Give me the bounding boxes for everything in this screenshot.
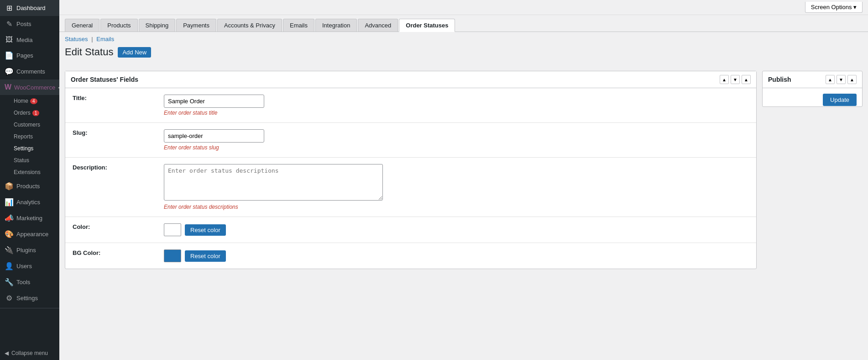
tab-order-statuses[interactable]: Order Statuses <box>399 19 455 32</box>
breadcrumb-statuses-link[interactable]: Statuses <box>65 36 88 42</box>
update-button[interactable]: Update <box>823 94 857 106</box>
sidebar-item-users[interactable]: 👤 Users <box>0 258 59 274</box>
sidebar-item-label: Settings <box>16 295 38 302</box>
color-label: Color: <box>65 217 157 243</box>
publish-header: Publish ▲ ▼ ▲ <box>763 71 862 88</box>
sidebar-item-label: Appearance <box>16 231 48 238</box>
content-area: Order Statuses' Fields ▲ ▼ ▲ Title: Ente… <box>59 65 868 360</box>
postbox-header: Order Statuses' Fields ▲ ▼ ▲ <box>65 71 756 88</box>
sidebar-item-orders[interactable]: Orders 1 <box>0 107 59 119</box>
postbox-toggle-button[interactable]: ▲ <box>742 75 751 84</box>
sidebar-item-label: Comments <box>16 68 45 75</box>
sidebar-item-home[interactable]: Home 4 <box>0 95 59 107</box>
description-cell: Enter order status descriptions <box>157 158 756 217</box>
sidebar-item-customers[interactable]: Customers <box>0 119 59 131</box>
color-picker-row: Reset color <box>164 223 749 236</box>
order-statuses-fields-box: Order Statuses' Fields ▲ ▼ ▲ Title: Ente… <box>65 71 757 269</box>
sidebar-item-appearance[interactable]: 🎨 Appearance <box>0 226 59 242</box>
main-panel: Order Statuses' Fields ▲ ▼ ▲ Title: Ente… <box>65 71 757 355</box>
publish-up-button[interactable]: ▲ <box>826 75 835 84</box>
slug-hint: Enter order status slug <box>164 144 749 151</box>
postbox-up-button[interactable]: ▲ <box>720 75 729 84</box>
color-swatch[interactable] <box>164 223 181 236</box>
tab-shipping[interactable]: Shipping <box>139 19 176 32</box>
title-input[interactable] <box>164 95 264 108</box>
breadcrumb: Statuses | Emails <box>65 36 863 42</box>
publish-title: Publish <box>768 76 791 83</box>
bg-color-picker-row: Reset color <box>164 249 749 262</box>
form-table: Title: Enter order status title Slug: En… <box>65 88 756 269</box>
sidebar-item-settings[interactable]: Settings <box>0 143 59 154</box>
sidebar-item-status[interactable]: Status <box>0 154 59 166</box>
tab-payments[interactable]: Payments <box>176 19 216 32</box>
top-bar: Screen Options ▾ <box>59 0 868 15</box>
sidebar-item-label: Plugins <box>16 247 36 254</box>
slug-label: Slug: <box>65 123 157 158</box>
sidebar-item-marketing[interactable]: 📣 Marketing <box>0 210 59 226</box>
sidebar-item-media[interactable]: 🖼 Media <box>0 32 59 48</box>
slug-input[interactable] <box>164 129 264 143</box>
sidebar-item-plugins[interactable]: 🔌 Plugins <box>0 242 59 258</box>
publish-toggle-button[interactable]: ▲ <box>847 75 857 84</box>
home-badge: 4 <box>30 98 37 104</box>
color-row: Color: Reset color <box>65 217 756 243</box>
sidebar-item-label: Analytics <box>16 199 40 206</box>
slug-row: Slug: Enter order status slug <box>65 123 756 158</box>
sidebar-item-dashboard[interactable]: ⊞ Dashboard <box>0 0 59 16</box>
sidebar-item-analytics[interactable]: 📊 Analytics <box>0 194 59 210</box>
sidebar-item-comments[interactable]: 💬 Comments <box>0 64 59 79</box>
postbox-controls: ▲ ▼ ▲ <box>720 75 751 84</box>
sidebar-item-label: Marketing <box>16 215 42 222</box>
publish-body: Update <box>763 88 862 106</box>
tab-advanced[interactable]: Advanced <box>358 19 398 32</box>
postbox-down-button[interactable]: ▼ <box>731 75 740 84</box>
sidebar-item-extensions[interactable]: Extensions <box>0 166 59 178</box>
tab-integration[interactable]: Integration <box>315 19 357 32</box>
sidebar-item-tools[interactable]: 🔧 Tools <box>0 274 59 290</box>
publish-down-button[interactable]: ▼ <box>837 75 846 84</box>
sidebar-item-woocommerce[interactable]: W WooCommerce ◀ <box>0 79 59 95</box>
screen-options-button[interactable]: Screen Options ▾ <box>805 2 863 13</box>
sidebar-item-label: Posts <box>16 21 31 27</box>
pages-icon: 📄 <box>5 51 14 60</box>
title-row: Title: Enter order status title <box>65 88 756 123</box>
reports-label: Reports <box>14 133 33 140</box>
comments-icon: 💬 <box>5 67 14 76</box>
sidebar-item-pages[interactable]: 📄 Pages <box>0 48 59 64</box>
sidebar-item-reports[interactable]: Reports <box>0 131 59 143</box>
users-icon: 👤 <box>5 262 14 270</box>
add-new-button[interactable]: Add New <box>118 47 151 58</box>
title-label: Title: <box>65 88 157 123</box>
tab-general[interactable]: General <box>65 19 99 32</box>
breadcrumb-emails-link[interactable]: Emails <box>96 36 114 42</box>
tab-navigation: General Products Shipping Payments Accou… <box>59 15 868 32</box>
description-hint: Enter order status descriptions <box>164 204 749 210</box>
tab-accounts-privacy[interactable]: Accounts & Privacy <box>217 19 282 32</box>
description-row: Description: Enter order status descript… <box>65 158 756 217</box>
collapse-menu-button[interactable]: ◀ Collapse menu <box>0 346 59 360</box>
tab-emails[interactable]: Emails <box>283 19 314 32</box>
reset-color-button[interactable]: Reset color <box>185 224 226 236</box>
description-textarea[interactable] <box>164 164 383 201</box>
sidebar-item-sidebar-settings[interactable]: ⚙ Settings <box>0 290 59 306</box>
woocommerce-icon: W <box>5 83 11 91</box>
color-cell: Reset color <box>157 217 756 243</box>
orders-label: Orders <box>14 110 31 116</box>
description-label: Description: <box>65 158 157 217</box>
dashboard-icon: ⊞ <box>5 4 14 12</box>
reset-bg-color-button[interactable]: Reset color <box>185 250 226 262</box>
bg-color-swatch[interactable] <box>164 249 181 262</box>
plugins-icon: 🔌 <box>5 246 14 254</box>
sidebar-item-posts[interactable]: ✎ Posts <box>0 16 59 32</box>
page-title-area: Edit Status Add New <box>65 46 863 58</box>
woo-collapse-icon: ◀ <box>58 85 59 90</box>
settings-icon: ⚙ <box>5 294 14 302</box>
bg-color-cell: Reset color <box>157 243 756 269</box>
sidebar-item-label: WooCommerce <box>14 84 55 91</box>
tab-products[interactable]: Products <box>100 19 137 32</box>
posts-icon: ✎ <box>5 20 14 28</box>
postbox-title: Order Statuses' Fields <box>71 76 138 83</box>
settings-label: Settings <box>14 145 33 152</box>
sidebar-item-label: Products <box>16 183 40 190</box>
sidebar-item-products[interactable]: 📦 Products <box>0 178 59 194</box>
